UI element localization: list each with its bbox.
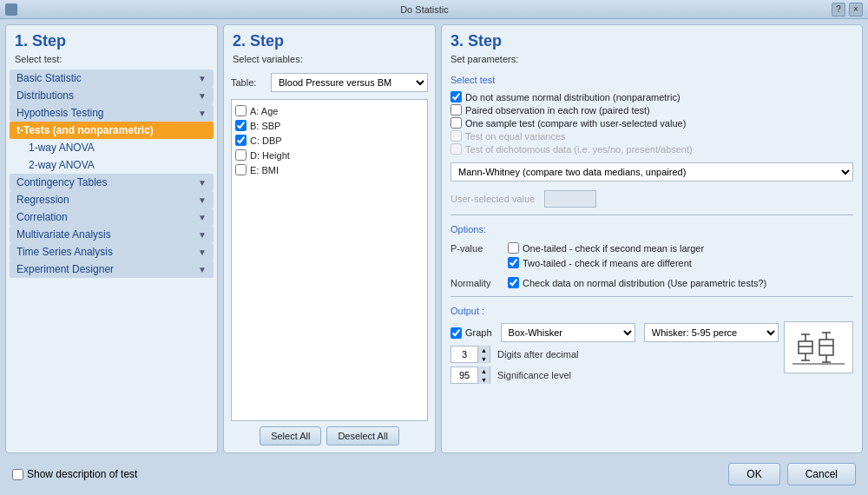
sidebar-item-2way-anova[interactable]: 2-way ANOVA [10,156,214,174]
pvalue-check-row-one-tailed: One-tailed - check if second mean is lar… [508,241,704,254]
normality-checkbox[interactable] [508,277,519,288]
output-controls-row: Graph Box-Whisker Whisker: 5-95 perce [450,321,853,386]
ok-button[interactable]: OK [728,463,779,485]
deselect-all-button[interactable]: Deselect All [326,426,398,446]
checkbox-onesample[interactable] [450,117,462,129]
expand-arrow: ▼ [198,91,207,101]
test-dropdown[interactable]: Mann-Whitney (compare two data medians, … [450,162,853,182]
digits-spinner-btns: ▲ ▼ [477,346,490,363]
sidebar-item-multivariate[interactable]: Multivariate Analysis▼ [10,226,214,243]
sidebar-item-correlation[interactable]: Correlation▼ [10,208,214,226]
table-select[interactable]: Blood Pressure versus BM [271,73,428,92]
var-checkbox-var-e[interactable] [235,164,247,175]
checkbox-row-paired: Paired observation in each row (paired t… [450,103,853,116]
divider1 [450,214,853,215]
expand-arrow: ▼ [198,74,207,83]
table-row: Table: Blood Pressure versus BM [231,73,428,92]
digits-spinner[interactable]: ▲ ▼ [450,346,490,363]
siglevel-spinner[interactable]: ▲ ▼ [450,366,490,384]
list-item: D: Height [235,148,424,162]
siglevel-spinner-btns: ▲ ▼ [477,366,490,384]
list-item: A: Age [235,103,424,118]
step2-buttons: Select All Deselect All [231,421,428,449]
pvalue-checkbox-one-tailed[interactable] [508,242,519,254]
sidebar-item-label: Multivariate Analysis [16,228,111,241]
boxplot-svg [788,326,849,369]
checkbox-label-paired: Paired observation in each row (paired t… [465,105,650,116]
graph-check-label: Graph [465,327,492,338]
var-label-var-b: B: SBP [250,121,280,131]
close-button[interactable]: × [849,3,863,16]
svg-rect-1 [799,341,812,353]
output-label: Output : [450,306,853,316]
pvalue-checks: One-tailed - check if second mean is lar… [508,241,704,269]
main-container: 1. Step Select test: Basic Statistic▼Dis… [0,19,868,495]
siglevel-label: Significance level [497,370,571,380]
checkbox-nonparam[interactable] [450,91,462,102]
checkbox-paired[interactable] [450,104,462,116]
sidebar-item-time-series[interactable]: Time Series Analysis▼ [10,243,214,261]
bottom-bar: Show description of test OK Cancel [5,459,863,490]
select-all-button[interactable]: Select All [260,426,321,446]
pvalue-check-label-two-tailed: Two-tailed - check if means are differen… [523,258,692,268]
cancel-button[interactable]: Cancel [787,463,856,485]
test-list: Basic Statistic▼Distributions▼Hypothesis… [10,69,214,449]
steps-row: 1. Step Select test: Basic Statistic▼Dis… [5,24,863,453]
sidebar-item-label: 2-way ANOVA [29,159,95,171]
step3-content: Select test Do not assume normal distrib… [442,69,862,452]
help-button[interactable]: ? [832,3,845,16]
var-checkbox-var-a[interactable] [235,105,247,116]
show-desc-label: Show description of test [27,468,137,480]
pvalue-checkbox-two-tailed[interactable] [508,257,519,268]
test-dropdown-row: Mann-Whitney (compare two data medians, … [450,162,853,182]
sidebar-item-experiment[interactable]: Experiment Designer▼ [10,261,214,278]
normality-check-row: Check data on normal distribution (Use p… [508,276,766,289]
digits-up-btn[interactable]: ▲ [477,346,490,354]
sidebar-item-hypothesis-testing[interactable]: Hypothesis Testing▼ [10,104,214,122]
graph-type-select[interactable]: Box-Whisker [501,323,635,342]
step2-content: Table: Blood Pressure versus BM A: AgeB:… [224,69,435,452]
digits-down-btn[interactable]: ▼ [477,354,490,363]
siglevel-down-btn[interactable]: ▼ [477,375,490,384]
pvalue-row: P-value One-tailed - check if second mea… [450,241,853,269]
whisker-select[interactable]: Whisker: 5-95 perce [644,323,779,342]
bottom-buttons: OK Cancel [728,463,856,485]
normality-check-label: Check data on normal distribution (Use p… [523,278,766,288]
sidebar-item-regression[interactable]: Regression▼ [10,191,214,208]
var-checkbox-var-d[interactable] [235,149,247,161]
output-row: Graph Box-Whisker Whisker: 5-95 perce [450,323,779,342]
sidebar-item-basic-statistic[interactable]: Basic Statistic▼ [10,69,214,87]
sidebar-item-label: t-Tests (and nonparametric) [16,124,154,136]
graph-preview [784,321,853,373]
step2-panel: 2. Step Select variables: Table: Blood P… [223,24,436,453]
list-item: E: BMI [235,162,424,177]
pvalue-check-row-two-tailed: Two-tailed - check if means are differen… [508,256,704,269]
var-checkbox-var-b[interactable] [235,120,247,131]
show-desc-checkbox[interactable] [12,469,23,480]
var-checkbox-var-c[interactable] [235,135,247,146]
graph-checkbox[interactable] [450,327,462,339]
step3-panel: 3. Step Set parameters: Select test Do n… [441,24,863,453]
step1-panel: 1. Step Select test: Basic Statistic▼Dis… [5,24,218,453]
user-value-label: User-selected value [450,194,537,204]
select-test-label: Select test [450,75,853,85]
pvalue-check-label-one-tailed: One-tailed - check if second mean is lar… [523,243,704,254]
output-left: Graph Box-Whisker Whisker: 5-95 perce [450,321,779,386]
sidebar-item-label: 1-way ANOVA [29,142,95,154]
sidebar-item-label: Distributions [16,89,74,102]
normality-label: Normality [450,278,503,288]
sidebar-item-1way-anova[interactable]: 1-way ANOVA [10,139,214,156]
divider2 [450,296,853,297]
sidebar-item-t-tests[interactable]: t-Tests (and nonparametric) [10,122,214,139]
pvalue-label: P-value [450,243,503,254]
sidebar-item-distributions[interactable]: Distributions▼ [10,87,214,104]
sidebar-item-contingency-tables[interactable]: Contingency Tables▼ [10,174,214,191]
expand-arrow: ▼ [198,230,207,240]
siglevel-input[interactable] [451,370,477,380]
options-label: Options: [450,224,853,234]
expand-arrow: ▼ [198,248,207,257]
siglevel-up-btn[interactable]: ▲ [477,366,490,375]
list-item: B: SBP [235,118,424,133]
digits-input[interactable] [451,349,477,360]
user-value-input[interactable] [544,190,596,208]
